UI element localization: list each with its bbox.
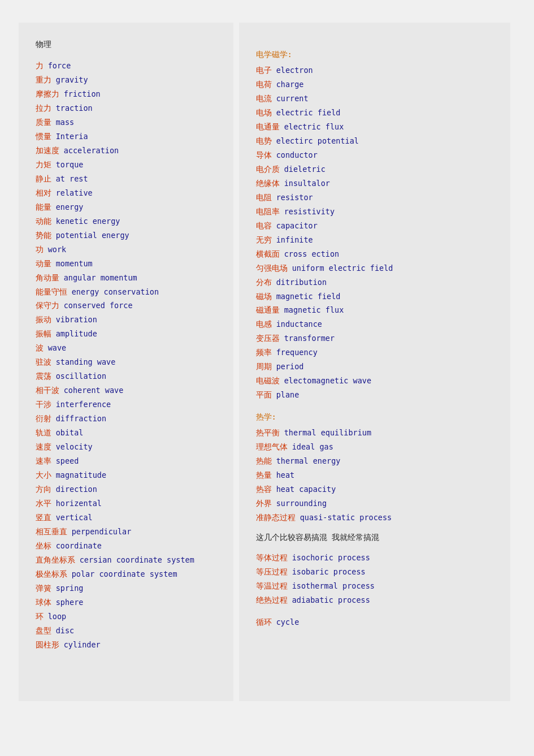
english-term: traction [56,103,93,113]
list-item: 电介质 dieletric [256,162,499,176]
english-term: direction [56,485,97,494]
english-term: electron [276,66,313,75]
list-item: 循环 cycle [256,615,499,629]
english-term: current [276,94,309,103]
list-item: 摩擦力 friction [36,87,222,101]
chinese-term: 竖直 [36,513,51,522]
chinese-term: 角动量 [36,273,59,282]
english-term: magnatitude [56,470,106,479]
english-term: energy [56,202,84,211]
list-item: 电容 capacitor [256,219,499,233]
list-item: 能量 energy [36,200,222,214]
chinese-term: 匀强电场 [256,263,288,273]
list-item: 轨道 obital [36,426,222,440]
chinese-term: 震荡 [36,371,51,381]
english-term: vertical [56,513,93,522]
list-item: 外界 surrounding [256,496,499,511]
english-term: vibration [56,315,97,324]
list-item: 电荷 charge [256,77,499,92]
english-term: thermal equilibrium [284,428,371,437]
chinese-term: 轨道 [36,428,51,437]
chinese-term: 水平 [36,499,51,508]
english-term: transformer [284,334,335,343]
list-item: 准静态过程 quasi-static process [256,511,499,525]
english-term: thermal energy [276,456,341,465]
english-term: angular momentum [64,273,137,282]
list-item: 速度 velocity [36,440,222,454]
english-term: charge [276,80,304,89]
chinese-term: 拉力 [36,103,51,113]
chinese-term: 分布 [256,278,272,287]
chinese-term: 功 [36,245,44,254]
list-item: 弹簧 spring [36,581,222,595]
english-term: uniform electric field [292,263,393,273]
left-vocab-list: 力 force重力 gravity摩擦力 friction拉力 traction… [36,59,222,652]
list-item: 理想气体 ideal gas [256,440,499,454]
list-item: 驻波 standing wave [36,355,222,369]
list-item: 惯量 Interia [36,129,222,144]
chinese-term: 电流 [256,94,272,103]
list-item: 电流 current [256,92,499,106]
list-item: 盘型 disc [36,624,222,638]
chinese-term: 电介质 [256,165,280,174]
list-item: 球体 sphere [36,595,222,610]
list-item: 相对 relative [36,186,222,200]
chinese-term: 绝缘体 [256,179,280,188]
english-term: cylinder [64,640,101,649]
english-term: period [276,362,304,371]
list-item: 拉力 traction [36,101,222,115]
english-term: ditribution [276,278,327,287]
english-term: cersian coordinate system [80,555,194,564]
chinese-term: 横截面 [256,249,280,258]
english-term: energy conservation [72,287,159,296]
chinese-term: 力 [36,61,44,70]
english-term: oscillation [56,371,106,381]
list-item: 无穷 infinite [256,233,499,247]
english-term: force [48,61,71,70]
list-item: 匀强电场 uniform electric field [256,261,499,275]
chinese-term: 准静态过程 [256,513,296,522]
chinese-term: 摩擦力 [36,89,59,98]
english-term: obital [56,428,84,437]
list-item: 电通量 electric flux [256,120,499,134]
chinese-term: 静止 [36,174,51,183]
chinese-term: 能量 [36,202,51,211]
chinese-term: 驻波 [36,357,51,366]
english-term: spring [56,584,84,593]
list-item: 热量 heat [256,468,499,482]
english-term: kenetic energy [56,217,120,226]
chinese-term: 电荷 [256,80,272,89]
english-term: surrounding [276,499,327,508]
chinese-term: 盘型 [36,626,51,635]
english-term: diffraction [56,414,106,423]
chinese-term: 极坐标系 [36,569,67,578]
english-term: cross ection [284,249,340,258]
list-item: 动能 kenetic energy [36,214,222,228]
list-item: 静止 at rest [36,172,222,186]
chinese-term: 绝热过程 [256,595,288,604]
english-term: cycle [276,617,299,627]
chinese-term: 惯量 [36,132,51,141]
chinese-term: 坐标 [36,541,51,550]
list-item: 频率 frequency [256,345,499,360]
english-term: relative [56,188,93,197]
list-item: 热容 heat capacity [256,482,499,496]
chinese-term: 相对 [36,188,51,197]
chinese-term: 电阻 [256,193,272,202]
chinese-term: 电子 [256,66,272,75]
list-item: 等体过程 isochoric process [256,551,499,565]
list-item: 重力 gravity [36,73,222,87]
chinese-term: 变压器 [256,334,280,343]
list-item: 振幅 amplitude [36,327,222,341]
chinese-term: 磁场 [256,292,272,301]
list-item: 功 work [36,243,222,257]
list-item: 极坐标系 polar coordinate system [36,567,222,581]
list-item: 方向 direction [36,482,222,496]
chinese-term: 力矩 [36,160,51,169]
left-column: 物理 力 force重力 gravity摩擦力 friction拉力 tract… [19,23,233,701]
english-term: resistor [276,193,313,202]
chinese-term: 质量 [36,118,51,127]
chinese-term: 电通量 [256,122,280,131]
english-term: sphere [56,598,84,607]
list-item: 电感 inductance [256,317,499,331]
